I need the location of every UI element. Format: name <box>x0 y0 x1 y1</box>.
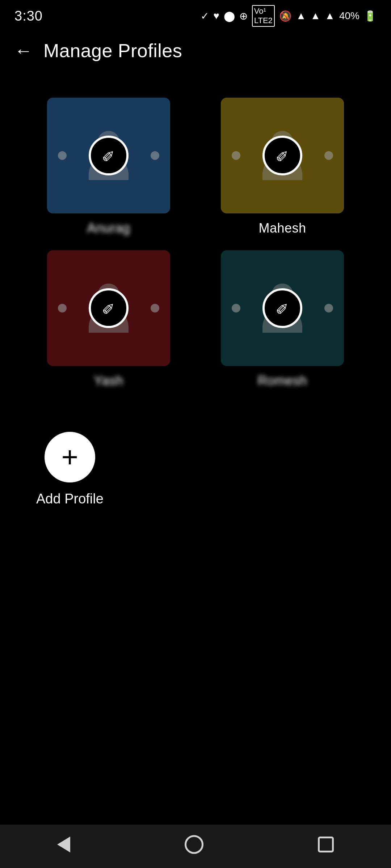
add-profile-label: Add Profile <box>36 491 104 507</box>
profile-item-4[interactable]: ✏ Romesh <box>210 250 355 388</box>
pencil-icon-1: ✏ <box>97 144 120 167</box>
volte-icon: Vo¹LTE2 <box>252 5 275 27</box>
profile-card-1[interactable]: ✏ <box>47 98 170 213</box>
heart-icon: ♥ <box>213 10 219 22</box>
link-icon: ⊕ <box>239 10 248 22</box>
plus-icon: + <box>62 443 79 472</box>
signal2-icon: ▲ <box>325 10 335 22</box>
profile-item-3[interactable]: ✏ Yash <box>36 250 181 388</box>
profile-item-1[interactable]: ✏ Anurag <box>36 98 181 236</box>
status-time: 3:30 <box>14 8 43 24</box>
profiles-grid: ✏ Anurag ✏ Mahesh <box>36 98 355 388</box>
dot-left-2 <box>232 151 240 160</box>
profile-name-4: Romesh <box>257 373 307 388</box>
profile-name-2: Mahesh <box>258 221 306 236</box>
profile-card-4[interactable]: ✏ <box>221 250 344 366</box>
nav-back-icon <box>57 837 70 852</box>
dot-right-2 <box>324 151 333 160</box>
edit-button-4[interactable]: ✏ <box>262 288 302 328</box>
profile-item-2[interactable]: ✏ Mahesh <box>210 98 355 236</box>
pencil-icon-4: ✏ <box>271 297 294 319</box>
dot-right-1 <box>151 151 159 160</box>
edit-button-3[interactable]: ✏ <box>89 288 129 328</box>
header: ← Manage Profiles <box>0 29 391 69</box>
nav-bar <box>0 825 391 868</box>
wifi-icon: ▲ <box>296 10 306 22</box>
edit-button-2[interactable]: ✏ <box>262 136 302 175</box>
nav-home-button[interactable] <box>185 835 203 854</box>
profiles-section: ✏ Anurag ✏ Mahesh <box>0 69 391 410</box>
status-icons: ✓ ♥ ⬤ ⊕ Vo¹LTE2 🔕 ▲ ▲ ▲ 40% 🔋 <box>201 5 377 27</box>
dot-left-4 <box>232 304 240 312</box>
dot-right-4 <box>324 304 333 312</box>
status-bar: 3:30 ✓ ♥ ⬤ ⊕ Vo¹LTE2 🔕 ▲ ▲ ▲ 40% 🔋 <box>0 0 391 29</box>
dot-left-1 <box>58 151 67 160</box>
page-title: Manage Profiles <box>43 40 182 61</box>
edit-button-1[interactable]: ✏ <box>89 136 129 175</box>
profile-card-2[interactable]: ✏ <box>221 98 344 213</box>
dot-left-3 <box>58 304 67 312</box>
dot-right-3 <box>151 304 159 312</box>
nav-recent-icon <box>318 837 334 852</box>
mute-icon: 🔕 <box>279 10 292 22</box>
add-profile-section: + Add Profile <box>0 410 391 521</box>
signal-icon: ▲ <box>311 10 321 22</box>
back-button[interactable]: ← <box>14 42 33 60</box>
circle-icon: ⬤ <box>224 10 235 22</box>
pencil-icon-2: ✏ <box>271 144 294 167</box>
battery-text: 40% <box>339 10 360 22</box>
nav-home-icon <box>185 835 203 854</box>
pencil-icon-3: ✏ <box>97 297 120 319</box>
add-profile-button[interactable]: + <box>45 432 95 482</box>
check-icon: ✓ <box>201 10 209 22</box>
battery-icon: 🔋 <box>364 10 377 22</box>
profile-name-3: Yash <box>94 373 123 388</box>
profile-card-3[interactable]: ✏ <box>47 250 170 366</box>
nav-recent-button[interactable] <box>318 837 334 852</box>
add-profile-item[interactable]: + Add Profile <box>36 432 104 507</box>
nav-back-button[interactable] <box>57 837 70 852</box>
profile-name-1: Anurag <box>87 221 130 236</box>
